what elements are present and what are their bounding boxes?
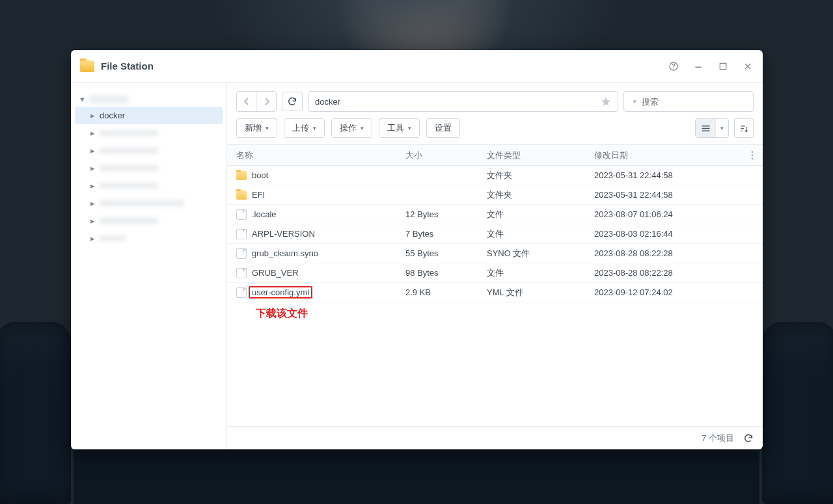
window-title: File Station bbox=[101, 60, 154, 72]
file-type: YML 文件 bbox=[487, 287, 594, 298]
sidebar-item[interactable]: ▸ bbox=[75, 194, 223, 212]
file-size: 12 Bytes bbox=[405, 209, 487, 219]
sidebar[interactable]: ▾ ▸ docker ▸ ▸ ▸ ▸ ▸ ▸ ▸ bbox=[71, 83, 227, 449]
status-bar: 7 个项目 bbox=[227, 426, 763, 449]
action-button[interactable]: 操作▾ bbox=[331, 118, 372, 138]
sidebar-root[interactable]: ▾ bbox=[75, 92, 223, 107]
table-row[interactable]: grub_cksum.syno55 BytesSYNO 文件2023-08-28… bbox=[227, 244, 763, 263]
file-size: 98 Bytes bbox=[405, 268, 487, 278]
file-icon bbox=[236, 229, 247, 239]
favorite-star-icon[interactable] bbox=[601, 96, 611, 107]
file-icon bbox=[236, 248, 247, 259]
file-name: grub_cksum.syno bbox=[252, 248, 318, 258]
caret-right-icon: ▸ bbox=[90, 111, 97, 120]
file-size: 7 Bytes bbox=[405, 229, 487, 239]
table-row[interactable]: .locale12 Bytes文件2023-08-07 01:06:24 bbox=[227, 205, 763, 224]
close-icon[interactable] bbox=[742, 60, 754, 72]
file-date: 2023-05-31 22:44:58 bbox=[594, 190, 754, 200]
upload-button[interactable]: 上传▾ bbox=[284, 118, 325, 138]
file-name: user-config.yml bbox=[249, 286, 312, 298]
download-annotation: 下载该文件 bbox=[256, 307, 308, 321]
folder-icon bbox=[236, 191, 247, 200]
file-type: 文件 bbox=[487, 267, 594, 279]
table-row[interactable]: GRUB_VER98 Bytes文件2023-08-28 08:22:28 bbox=[227, 263, 763, 283]
grid-header: 名称 大小 文件类型 修改日期 bbox=[227, 145, 763, 166]
nav-segment bbox=[236, 91, 277, 112]
folder-icon bbox=[236, 171, 247, 180]
sidebar-item-docker[interactable]: ▸ docker bbox=[75, 107, 223, 124]
sidebar-item[interactable]: ▸ bbox=[75, 230, 223, 247]
column-header-size[interactable]: 大小 bbox=[405, 150, 487, 161]
file-name: EFI bbox=[252, 190, 265, 200]
svg-point-16 bbox=[752, 157, 754, 159]
file-name: ARPL-VERSION bbox=[252, 229, 315, 239]
new-button[interactable]: 新增▾ bbox=[236, 118, 277, 138]
file-type: 文件 bbox=[487, 209, 594, 220]
svg-rect-3 bbox=[720, 63, 726, 69]
file-grid: 名称 大小 文件类型 修改日期 boot文件夹2023-05-31 22:44:… bbox=[227, 144, 763, 426]
column-header-name[interactable]: 名称 bbox=[236, 150, 405, 161]
svg-point-14 bbox=[752, 151, 754, 153]
file-icon bbox=[236, 287, 247, 298]
table-row[interactable]: user-config.yml2.9 KBYML 文件2023-09-12 07… bbox=[227, 283, 763, 302]
path-text: docker bbox=[315, 97, 601, 107]
svg-point-15 bbox=[752, 154, 754, 156]
file-date: 2023-09-12 07:24:02 bbox=[594, 287, 754, 297]
nav-forward-button[interactable] bbox=[256, 92, 276, 111]
item-count: 7 个项目 bbox=[702, 432, 734, 444]
file-date: 2023-08-07 01:06:24 bbox=[594, 209, 754, 219]
file-type: 文件夹 bbox=[487, 189, 594, 201]
window-titlebar[interactable]: File Station bbox=[71, 50, 763, 83]
sidebar-item[interactable]: ▸ bbox=[75, 177, 223, 194]
file-date: 2023-08-28 08:22:28 bbox=[594, 268, 754, 278]
file-icon bbox=[236, 268, 247, 278]
minimize-icon[interactable] bbox=[692, 60, 704, 72]
desktop-background: File Station ▾ bbox=[0, 0, 833, 504]
search-scope-dropdown-icon[interactable]: ▾ bbox=[633, 98, 636, 105]
file-type: 文件夹 bbox=[487, 170, 594, 181]
maximize-icon[interactable] bbox=[717, 60, 729, 72]
file-name: boot bbox=[252, 170, 268, 180]
search-input[interactable]: ▾ bbox=[623, 91, 754, 112]
help-icon[interactable] bbox=[668, 60, 679, 72]
sidebar-root-label bbox=[89, 96, 128, 103]
file-type: 文件 bbox=[487, 228, 594, 240]
settings-button[interactable]: 设置 bbox=[426, 118, 460, 138]
view-mode-dropdown-icon[interactable]: ▾ bbox=[715, 119, 728, 137]
file-date: 2023-08-28 08:22:28 bbox=[594, 248, 754, 258]
column-header-type[interactable]: 文件类型 bbox=[487, 150, 594, 161]
sort-button[interactable] bbox=[734, 118, 754, 138]
sidebar-item[interactable]: ▸ bbox=[75, 142, 223, 159]
table-row[interactable]: ARPL-VERSION7 Bytes文件2023-08-03 02:16:44 bbox=[227, 224, 763, 244]
file-name: GRUB_VER bbox=[252, 268, 299, 278]
main-panel: docker ▾ 新增▾ 上传▾ bbox=[227, 83, 763, 449]
sidebar-item[interactable]: ▸ bbox=[75, 159, 223, 177]
list-view-icon[interactable] bbox=[696, 119, 715, 137]
file-rows[interactable]: boot文件夹2023-05-31 22:44:58EFI文件夹2023-05-… bbox=[227, 166, 763, 426]
file-name: .locale bbox=[252, 209, 277, 219]
file-size: 2.9 KB bbox=[405, 287, 487, 297]
search-field[interactable] bbox=[640, 96, 752, 107]
tool-button[interactable]: 工具▾ bbox=[379, 118, 420, 138]
table-row[interactable]: EFI文件夹2023-05-31 22:44:58 bbox=[227, 185, 763, 205]
table-row[interactable]: boot文件夹2023-05-31 22:44:58 bbox=[227, 166, 763, 185]
file-date: 2023-05-31 22:44:58 bbox=[594, 170, 754, 180]
path-input[interactable]: docker bbox=[308, 91, 618, 112]
app-folder-icon bbox=[80, 60, 94, 72]
view-mode-segment: ▾ bbox=[695, 118, 729, 138]
file-icon bbox=[236, 209, 247, 220]
refresh-button[interactable] bbox=[282, 92, 303, 111]
sidebar-item[interactable]: ▸ bbox=[75, 124, 223, 142]
sidebar-item-label: docker bbox=[100, 111, 125, 120]
column-header-date[interactable]: 修改日期 bbox=[594, 150, 751, 161]
column-options-icon[interactable] bbox=[751, 151, 754, 160]
file-size: 55 Bytes bbox=[405, 248, 487, 258]
toolbar: docker ▾ 新增▾ 上传▾ bbox=[227, 83, 763, 144]
sidebar-item[interactable]: ▸ bbox=[75, 212, 223, 230]
file-station-window: File Station ▾ bbox=[71, 50, 763, 449]
nav-back-button[interactable] bbox=[237, 92, 256, 111]
file-type: SYNO 文件 bbox=[487, 248, 594, 259]
caret-down-icon: ▾ bbox=[80, 94, 87, 104]
status-refresh-icon[interactable] bbox=[743, 433, 754, 444]
svg-point-1 bbox=[673, 68, 674, 68]
